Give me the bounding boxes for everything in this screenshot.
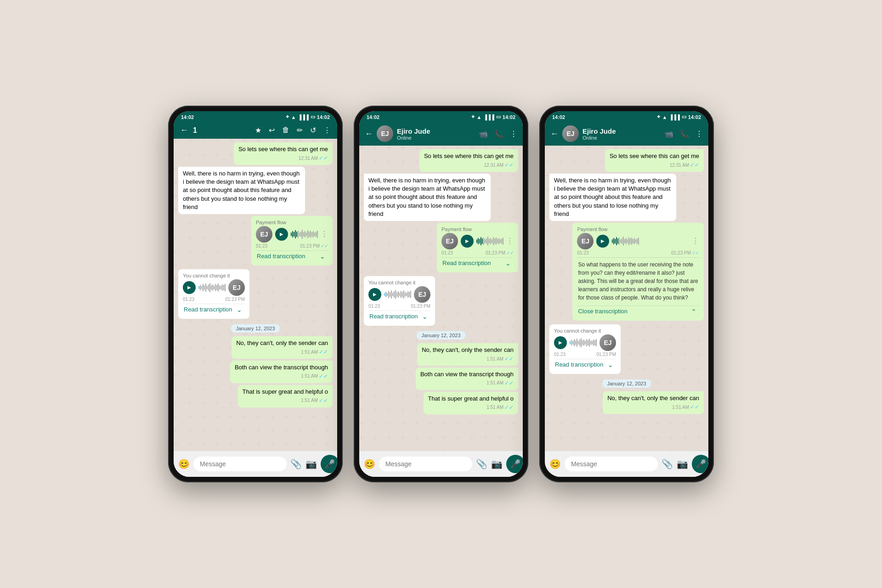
- voice-time: 01:23 PM: [596, 352, 616, 357]
- read-transcription-link[interactable]: Read transcription: [257, 253, 305, 260]
- play-button[interactable]: ▶: [596, 235, 609, 248]
- back-arrow-1[interactable]: ←: [180, 125, 188, 135]
- transcription-row: Read transcription ⌄: [183, 304, 245, 315]
- header-action-icons-2: 📹 📞 ⋮: [479, 130, 517, 138]
- voice-menu-icon[interactable]: ⋮: [506, 237, 514, 245]
- emoji-icon[interactable]: 😊: [364, 458, 375, 469]
- read-transcription-link[interactable]: Read transcription: [184, 306, 232, 313]
- video-call-icon[interactable]: 📹: [664, 130, 673, 138]
- message-row: So lets see where this can get me 12:31 …: [364, 149, 518, 172]
- more-icon[interactable]: ⋮: [323, 126, 331, 135]
- more-options-icon[interactable]: ⋮: [510, 130, 517, 138]
- play-button[interactable]: ▶: [554, 336, 567, 349]
- attach-icon[interactable]: 📎: [476, 458, 487, 469]
- more-options-icon[interactable]: ⋮: [695, 130, 703, 138]
- play-button[interactable]: ▶: [368, 288, 381, 301]
- transcription-row: Read transcription ⌄: [368, 311, 430, 322]
- back-arrow-2[interactable]: ←: [365, 129, 373, 139]
- battery-icon: ▭: [682, 114, 686, 120]
- bubble-text: No, they can't, only the sender can: [607, 395, 699, 401]
- phone-1-screen: 14:02 ✦ ▲ ▐▐▐ ▭ 14:02 ← 1 ★ ↩ 🗑: [174, 111, 337, 477]
- bubble-sent: No, they can't, only the sender can 1:51…: [603, 391, 704, 414]
- message-input[interactable]: [565, 457, 658, 471]
- phone-2: 14:02 ✦ ▲ ▐▐▐ ▭ 14:02 ← EJ Ejiro Jude On…: [354, 106, 528, 482]
- status-bar-3: 14:02 ✦ ▲ ▐▐▐ ▭ 14:02: [545, 111, 708, 122]
- emoji-icon[interactable]: 😊: [549, 458, 561, 469]
- chevron-down-icon[interactable]: ⌄: [505, 260, 511, 267]
- date-label: January 12, 2023: [231, 324, 279, 333]
- voice-menu-icon[interactable]: ⋮: [692, 237, 699, 245]
- delete-icon[interactable]: 🗑: [282, 126, 289, 135]
- star-icon[interactable]: ★: [255, 126, 261, 135]
- close-transcription-link[interactable]: Close transcription: [578, 308, 628, 315]
- play-button[interactable]: ▶: [183, 281, 196, 294]
- voice-call-icon[interactable]: 📞: [680, 130, 689, 138]
- voice-bubble-received-3: You cannot change it ▶ EJ 01:23 01:23 PM: [549, 324, 621, 374]
- voice-bubble-sent-2: Payment flow EJ ▶ ⋮ 01:23 01:23 PM ✓✓: [437, 223, 518, 272]
- video-call-icon[interactable]: 📹: [479, 130, 488, 138]
- camera-icon[interactable]: 📷: [305, 458, 317, 469]
- voice-avatar: EJ: [577, 233, 594, 249]
- message-input[interactable]: [193, 457, 287, 471]
- edit-icon[interactable]: ✏: [297, 126, 303, 135]
- voice-avatar: EJ: [228, 279, 245, 296]
- signal-icon: ▐▐▐: [298, 114, 308, 120]
- duration: 01:23: [441, 250, 453, 255]
- bubble-sent: Both can view the transcript though 1:51…: [230, 361, 333, 383]
- chevron-down-icon[interactable]: ⌄: [608, 361, 613, 368]
- bubble-text: Both can view the transcript though: [235, 364, 328, 371]
- mic-button[interactable]: 🎤: [506, 455, 523, 473]
- bubble-text: Well, there is no harm in trying, even t…: [183, 170, 300, 210]
- voice-times: 01:23 01:23 PM: [554, 352, 616, 357]
- transcription-row: Read transcription ⌄: [256, 250, 328, 262]
- read-transcription-link[interactable]: Read transcription: [442, 260, 491, 266]
- mic-button[interactable]: 🎤: [321, 455, 337, 473]
- chevron-down-icon[interactable]: ⌄: [422, 313, 428, 320]
- read-transcription-link[interactable]: Read transcription: [555, 361, 604, 368]
- voice-controls: ▶ EJ: [368, 286, 430, 303]
- emoji-icon[interactable]: 😊: [178, 458, 190, 469]
- bubble-sent: That is super great and helpful o 1:51 A…: [424, 392, 518, 414]
- read-ticks: ✓✓: [504, 355, 514, 363]
- mic-button[interactable]: 🎤: [692, 455, 708, 473]
- battery-icon: ▭: [311, 114, 315, 120]
- time-text: 1:51 AM: [672, 404, 689, 411]
- chat-header-1: ← 1 ★ ↩ 🗑 ✏ ↺ ⋮: [174, 122, 337, 139]
- camera-icon[interactable]: 📷: [491, 458, 503, 469]
- back-arrow-3[interactable]: ←: [550, 129, 559, 139]
- bluetooth-icon: ✦: [471, 114, 475, 120]
- voice-times: 01:23 01:23 PM ✓✓: [256, 243, 328, 249]
- forward-icon[interactable]: ↩: [269, 126, 275, 135]
- waveform: [384, 289, 411, 300]
- bubble-text: No, they can't, only the sender can: [236, 339, 328, 346]
- chevron-down-icon[interactable]: ⌄: [237, 306, 242, 313]
- chat-header-2: ← EJ Ejiro Jude Online 📹 📞 ⋮: [359, 122, 523, 146]
- bubble-received: Well, there is no harm in trying, even t…: [364, 174, 491, 221]
- voice-avatar: EJ: [599, 334, 616, 351]
- contact-name-3: Ejiro Jude: [582, 127, 661, 135]
- chevron-up-icon[interactable]: ⌄: [691, 308, 696, 315]
- voice-time: 01:23 PM ✓✓: [300, 243, 328, 249]
- reply-icon[interactable]: ↺: [310, 126, 316, 135]
- chevron-down-icon[interactable]: ⌄: [320, 253, 325, 260]
- voice-avatar: EJ: [256, 226, 272, 243]
- bubble-time: 12:31 AM ✓✓: [424, 161, 514, 169]
- duration: 01:23: [368, 304, 380, 309]
- bubble-text: Well, there is no harm in trying, even t…: [554, 177, 671, 217]
- play-button[interactable]: ▶: [461, 235, 474, 248]
- read-transcription-link[interactable]: Read transcription: [369, 313, 418, 320]
- camera-icon[interactable]: 📷: [677, 458, 688, 469]
- attach-icon[interactable]: 📎: [290, 458, 302, 469]
- date-separator: January 12, 2023: [178, 324, 333, 333]
- bubble-time: 1:51 AM ✓✓: [236, 348, 328, 356]
- play-button[interactable]: ▶: [275, 228, 288, 241]
- voice-menu-icon[interactable]: ⋮: [321, 230, 328, 238]
- date-separator: January 12, 2023: [364, 331, 518, 339]
- status-time-1: 14:02: [181, 114, 194, 120]
- message-input[interactable]: [379, 457, 472, 471]
- voice-message-row-received: You cannot change it ▶ EJ 01:23 01:23 PM: [178, 269, 333, 321]
- message-row: Both can view the transcript though 1:51…: [178, 361, 333, 383]
- waveform: [291, 229, 318, 240]
- voice-call-icon[interactable]: 📞: [494, 130, 503, 138]
- attach-icon[interactable]: 📎: [662, 458, 673, 469]
